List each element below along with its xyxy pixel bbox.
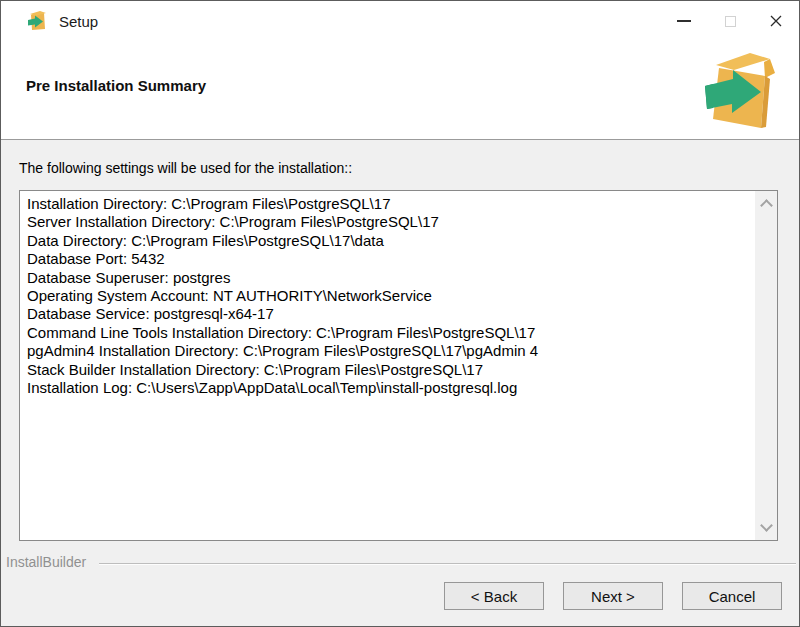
summary-line: Data Directory: C:\Program Files\Postgre…	[27, 232, 747, 250]
summary-line: Database Superuser: postgres	[27, 269, 747, 287]
summary-line: Installation Log: C:\Users\Zapp\AppData\…	[27, 379, 747, 397]
summary-line: Database Port: 5432	[27, 250, 747, 268]
summary-line: Operating System Account: NT AUTHORITY\N…	[27, 287, 747, 305]
summary-text: Installation Directory: C:\Program Files…	[20, 191, 755, 540]
maximize-button[interactable]	[707, 1, 753, 41]
setup-wizard-window: Setup Pre Installation Summary	[0, 0, 800, 627]
summary-line: Command Line Tools Installation Director…	[27, 324, 747, 342]
title-bar: Setup	[1, 1, 799, 41]
maximize-icon	[725, 16, 736, 27]
settings-intro-label: The following settings will be used for …	[19, 160, 352, 176]
wizard-body: The following settings will be used for …	[1, 141, 799, 626]
installbuilder-logo-icon	[704, 49, 776, 131]
summary-line: Database Service: postgresql-x64-17	[27, 305, 747, 323]
page-title: Pre Installation Summary	[26, 77, 206, 94]
installbuilder-brand-label: InstallBuilder	[6, 554, 86, 570]
scroll-up-icon[interactable]	[760, 199, 773, 212]
minimize-icon	[677, 20, 691, 22]
summary-line: Stack Builder Installation Directory: C:…	[27, 361, 747, 379]
summary-textarea[interactable]: Installation Directory: C:\Program Files…	[19, 190, 778, 541]
summary-line: pgAdmin4 Installation Directory: C:\Prog…	[27, 342, 747, 360]
summary-line: Installation Directory: C:\Program Files…	[27, 195, 747, 213]
close-button[interactable]	[753, 1, 799, 41]
summary-line: Server Installation Directory: C:\Progra…	[27, 213, 747, 231]
minimize-button[interactable]	[661, 1, 707, 41]
next-button[interactable]: Next >	[563, 582, 663, 610]
wizard-buttons: < Back Next > Cancel	[444, 582, 782, 610]
cancel-button[interactable]: Cancel	[682, 582, 782, 610]
window-title: Setup	[59, 13, 98, 30]
app-icon	[27, 10, 49, 32]
window-controls	[661, 1, 799, 41]
back-button[interactable]: < Back	[444, 582, 544, 610]
footer-divider	[99, 563, 796, 565]
scroll-down-icon[interactable]	[760, 519, 773, 532]
wizard-header: Pre Installation Summary	[1, 41, 799, 140]
close-icon	[769, 14, 783, 28]
vertical-scrollbar[interactable]	[755, 191, 777, 540]
